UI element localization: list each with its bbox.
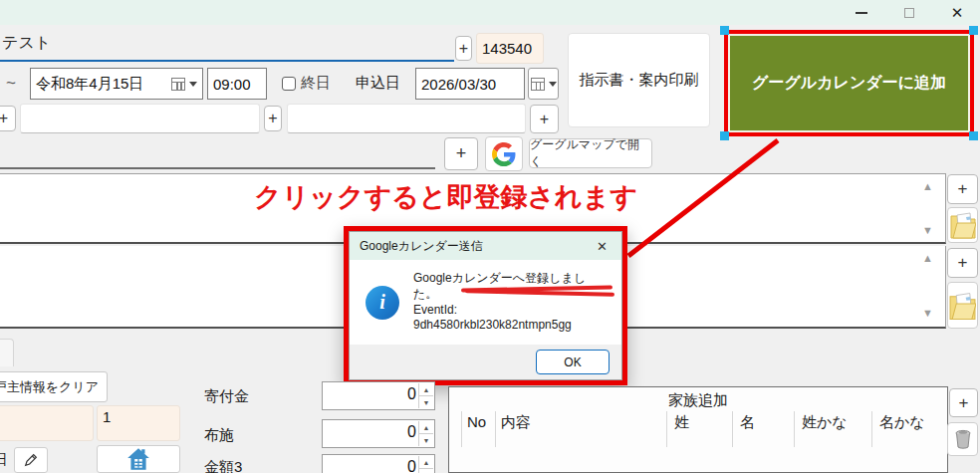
add-title-button[interactable]: + — [455, 36, 472, 61]
text-field-2[interactable] — [287, 104, 526, 133]
add-attachment-button[interactable]: + — [947, 174, 978, 204]
clear-householder-button[interactable]: 戸主情報をクリア — [0, 371, 108, 402]
scroll-down-icon[interactable]: ▼ — [922, 307, 933, 319]
gcal-annotation-frame: グーグルカレンダーに追加 — [724, 30, 974, 136]
open-google-maps-button[interactable]: グーグルマップで開く — [529, 138, 652, 168]
offering-spinner[interactable]: 0 ▲▼ — [322, 419, 435, 448]
add-attachment-button[interactable]: + — [947, 248, 978, 278]
family-add-table: 家族追加 No 内容 姓 名 姓かな 名かな — [448, 386, 948, 473]
add-field-button[interactable]: + — [0, 106, 16, 131]
time-field[interactable]: 09:00 — [207, 68, 267, 100]
dialog-message: Googleカレンダーへ登録しました。 EventId: 9dh4580rkbl… — [413, 271, 610, 333]
add-to-google-calendar-button[interactable]: グーグルカレンダーに追加 — [728, 34, 970, 132]
apply-date-calendar-button[interactable] — [528, 68, 559, 100]
japanese-date-value: 令和8年4月15日 — [36, 75, 143, 94]
address-input[interactable] — [0, 139, 435, 169]
text-field-1[interactable] — [20, 104, 260, 133]
spin-down-icon[interactable]: ▼ — [419, 396, 433, 408]
dialog-footer: OK — [350, 345, 621, 379]
allday-label: 終日 — [301, 74, 331, 93]
close-icon[interactable]: ✕ — [940, 0, 974, 25]
donation-label: 寄付金 — [204, 387, 249, 406]
scroll-down-icon[interactable]: ▼ — [922, 224, 933, 236]
annotation-note: クリックすると即登録されます — [254, 179, 637, 215]
open-folder-button[interactable] — [947, 282, 978, 329]
dialog-close-icon[interactable]: ✕ — [593, 239, 612, 254]
col-givenname[interactable]: 名 — [740, 413, 755, 432]
trash-icon — [953, 428, 973, 450]
calendar-icon[interactable] — [171, 78, 197, 91]
col-surname[interactable]: 姓 — [674, 413, 689, 432]
google-search-button[interactable] — [485, 136, 523, 171]
scroll-up-icon[interactable]: ▲ — [922, 180, 933, 192]
open-folder-button[interactable] — [947, 207, 978, 243]
window-titlebar — [0, 0, 980, 25]
spin-down-icon[interactable]: ▼ — [419, 469, 433, 473]
spin-up-icon[interactable]: ▲ — [419, 421, 433, 434]
dialog-titlebar: Googleカレンダー送信 ✕ — [350, 232, 621, 260]
print-instructions-button[interactable]: 指示書・案内印刷 — [568, 33, 710, 127]
col-givenname-kana[interactable]: 名かな — [879, 413, 925, 432]
dialog-body: i Googleカレンダーへ登録しました。 EventId: 9dh4580rk… — [350, 260, 621, 345]
apply-date-field[interactable]: 2026/03/30 — [415, 68, 525, 100]
home-button[interactable] — [97, 445, 180, 473]
edit-button[interactable] — [14, 447, 48, 473]
spin-up-icon[interactable]: ▲ — [419, 383, 433, 396]
count-field[interactable]: 1 — [97, 405, 180, 441]
range-tilde-label: ~ — [6, 74, 16, 94]
pencil-icon — [23, 452, 39, 468]
tab-stub[interactable] — [0, 339, 14, 366]
spin-up-icon[interactable]: ▲ — [419, 456, 433, 469]
donation-value: 0 — [407, 385, 416, 403]
col-surname-kana[interactable]: 姓かな — [802, 413, 848, 432]
calendar-icon — [531, 78, 545, 91]
selection-handle — [969, 131, 978, 140]
dialog-message-line2: EventId: 9dh4580rkbl230k82ntmpn5gg — [413, 303, 610, 334]
householder-field[interactable] — [0, 405, 94, 441]
app-window: ✕ テスト + 143540 指示書・案内印刷 グーグルカレンダーに追加 ~ 令… — [0, 0, 980, 473]
add-field-button[interactable]: + — [264, 106, 282, 131]
japanese-date-picker[interactable]: 令和8年4月15日 — [30, 68, 203, 100]
partial-day-label: 日 — [0, 451, 8, 469]
folder-icon — [949, 287, 976, 325]
gcal-result-dialog: Googleカレンダー送信 ✕ i Googleカレンダーへ登録しました。 Ev… — [349, 231, 622, 380]
donation-spinner[interactable]: 0 ▲▼ — [322, 381, 435, 410]
amount3-spinner[interactable]: 0 ▲▼ — [322, 454, 435, 473]
selection-handle — [720, 131, 729, 140]
ok-button[interactable]: OK — [536, 350, 610, 374]
amount3-value: 0 — [407, 458, 416, 473]
allday-checkbox[interactable] — [282, 77, 296, 91]
gcal-dialog-annotation-frame: Googleカレンダー送信 ✕ i Googleカレンダーへ登録しました。 Ev… — [344, 226, 627, 385]
selection-handle — [720, 26, 729, 35]
house-icon — [125, 446, 151, 472]
spin-down-icon[interactable]: ▼ — [419, 434, 433, 446]
record-id-field[interactable]: 143540 — [476, 33, 544, 64]
folder-icon — [950, 211, 976, 239]
col-no[interactable]: No — [467, 413, 486, 430]
selection-handle — [969, 26, 978, 35]
offering-value: 0 — [407, 423, 416, 441]
offering-label: 布施 — [204, 426, 234, 445]
col-content[interactable]: 内容 — [501, 413, 531, 432]
dialog-title: Googleカレンダー送信 — [360, 238, 483, 255]
family-table-title: 家族追加 — [449, 391, 947, 410]
google-g-icon — [492, 142, 516, 166]
amount3-label: 金額3 — [204, 458, 242, 473]
apply-date-label: 申込日 — [356, 74, 400, 93]
delete-family-button[interactable] — [947, 422, 978, 456]
maximize-icon[interactable] — [892, 0, 926, 25]
event-title-input[interactable]: テスト — [0, 30, 454, 62]
add-address-button[interactable]: + — [444, 137, 478, 170]
scroll-up-icon[interactable]: ▲ — [922, 252, 933, 264]
add-field-button[interactable]: + — [530, 105, 559, 133]
minimize-icon[interactable] — [845, 0, 878, 25]
info-icon: i — [366, 286, 399, 320]
add-family-button[interactable]: + — [949, 388, 978, 417]
